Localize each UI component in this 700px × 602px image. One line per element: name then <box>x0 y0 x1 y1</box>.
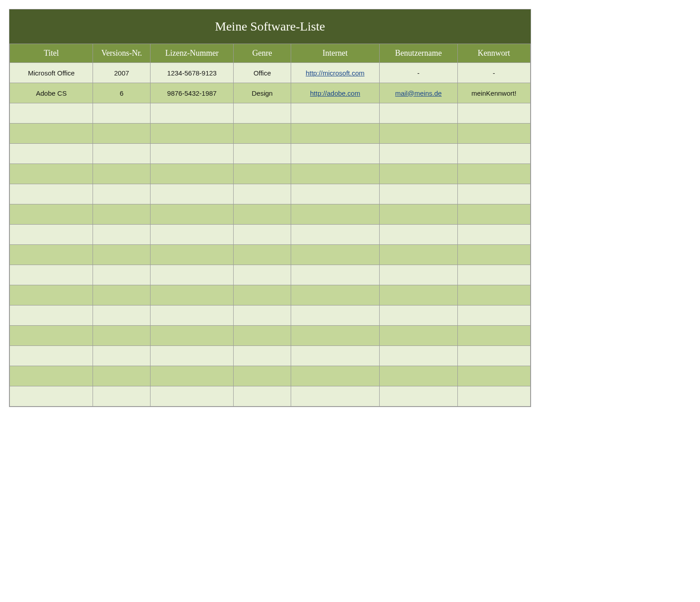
table-row <box>10 346 531 366</box>
cell-license <box>150 164 233 184</box>
cell-pass: meinKennwort! <box>457 83 530 103</box>
cell-genre: Office <box>234 63 291 83</box>
cell-url: http://microsoft.com <box>291 63 379 83</box>
col-url: Internet <box>291 44 379 63</box>
cell-license <box>150 346 233 366</box>
cell-pass <box>457 305 530 326</box>
table-row <box>10 103 531 124</box>
cell-license <box>150 265 233 285</box>
cell-genre <box>234 204 291 225</box>
cell-genre <box>234 164 291 184</box>
cell-user <box>379 144 457 164</box>
table-row <box>10 245 531 265</box>
cell-url <box>291 204 379 225</box>
cell-version <box>93 164 150 184</box>
cell-pass <box>457 326 530 346</box>
cell-url <box>291 326 379 346</box>
cell-genre <box>234 124 291 144</box>
cell-license <box>150 184 233 204</box>
col-version: Versions-Nr. <box>93 44 150 63</box>
cell-title <box>10 346 93 366</box>
cell-version <box>93 366 150 386</box>
cell-version <box>93 305 150 326</box>
page-title: Meine Software-Liste <box>9 9 531 44</box>
cell-user <box>379 164 457 184</box>
cell-user <box>379 225 457 245</box>
cell-url <box>291 366 379 386</box>
cell-title <box>10 285 93 305</box>
software-table: Titel Versions-Nr. Lizenz-Nummer Genre I… <box>9 44 531 407</box>
cell-user <box>379 366 457 386</box>
url-link[interactable]: http://microsoft.com <box>306 69 364 77</box>
table-row <box>10 305 531 326</box>
cell-version: 6 <box>93 83 150 103</box>
cell-license <box>150 124 233 144</box>
cell-license <box>150 204 233 225</box>
cell-license <box>150 366 233 386</box>
cell-pass <box>457 366 530 386</box>
cell-title <box>10 124 93 144</box>
table-row <box>10 285 531 305</box>
cell-url <box>291 225 379 245</box>
cell-url <box>291 285 379 305</box>
table-row <box>10 164 531 184</box>
cell-title <box>10 245 93 265</box>
cell-pass <box>457 124 530 144</box>
cell-pass <box>457 184 530 204</box>
cell-genre <box>234 305 291 326</box>
table-row <box>10 124 531 144</box>
col-title: Titel <box>10 44 93 63</box>
cell-version <box>93 346 150 366</box>
cell-pass <box>457 144 530 164</box>
cell-license <box>150 144 233 164</box>
cell-license <box>150 305 233 326</box>
table-row <box>10 204 531 225</box>
cell-user <box>379 204 457 225</box>
cell-url <box>291 164 379 184</box>
cell-version <box>93 103 150 124</box>
cell-pass <box>457 103 530 124</box>
cell-license: 1234-5678-9123 <box>150 63 233 83</box>
cell-license <box>150 225 233 245</box>
url-link[interactable]: http://adobe.com <box>310 89 360 97</box>
table-row <box>10 326 531 346</box>
cell-license: 9876-5432-1987 <box>150 83 233 103</box>
cell-license <box>150 103 233 124</box>
cell-url <box>291 305 379 326</box>
cell-license <box>150 285 233 305</box>
cell-title <box>10 225 93 245</box>
cell-pass <box>457 386 530 407</box>
table-row <box>10 225 531 245</box>
cell-genre <box>234 346 291 366</box>
cell-license <box>150 245 233 265</box>
cell-title <box>10 184 93 204</box>
cell-title <box>10 386 93 407</box>
cell-user <box>379 103 457 124</box>
table-row <box>10 386 531 407</box>
cell-pass <box>457 346 530 366</box>
col-pass: Kennwort <box>457 44 530 63</box>
cell-title <box>10 204 93 225</box>
table-row <box>10 184 531 204</box>
user-link[interactable]: mail@meins.de <box>395 89 442 97</box>
cell-url <box>291 265 379 285</box>
cell-version <box>93 285 150 305</box>
table-row: Adobe CS69876-5432-1987Designhttp://adob… <box>10 83 531 103</box>
cell-pass <box>457 245 530 265</box>
cell-version <box>93 326 150 346</box>
cell-user <box>379 245 457 265</box>
cell-genre <box>234 326 291 346</box>
col-user: Benutzername <box>379 44 457 63</box>
cell-url <box>291 346 379 366</box>
cell-title <box>10 265 93 285</box>
cell-title: Adobe CS <box>10 83 93 103</box>
cell-url <box>291 124 379 144</box>
cell-title <box>10 103 93 124</box>
cell-license <box>150 326 233 346</box>
cell-user <box>379 346 457 366</box>
table-row: Microsoft Office20071234-5678-9123Office… <box>10 63 531 83</box>
cell-url <box>291 144 379 164</box>
cell-url <box>291 386 379 407</box>
cell-version <box>93 225 150 245</box>
cell-version <box>93 386 150 407</box>
